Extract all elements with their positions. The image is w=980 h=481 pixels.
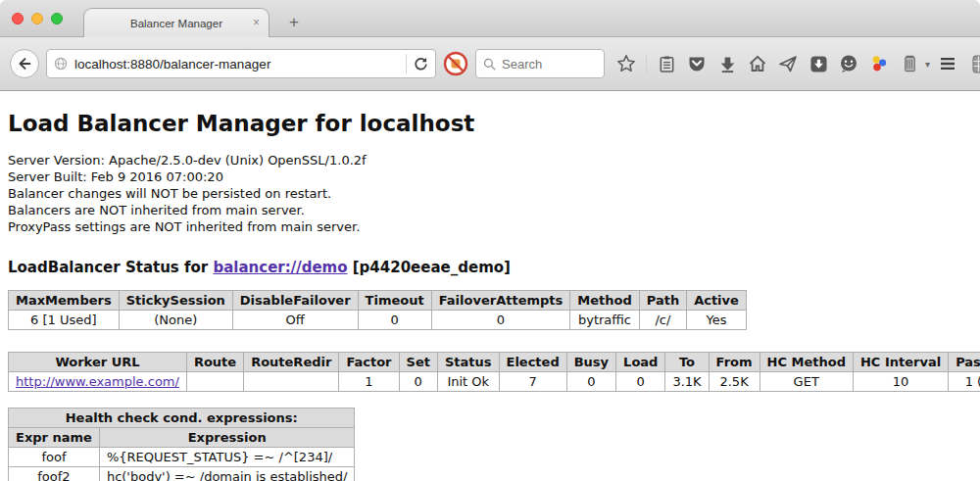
close-window-button[interactable] — [12, 13, 24, 24]
column-header: HC Interval — [853, 353, 948, 372]
cell-expression: hc('body') =~ /domain is established/ — [99, 467, 355, 481]
color-dots-extension-icon[interactable] — [868, 53, 890, 74]
balancer-demo-link[interactable]: balancer://demo — [213, 259, 347, 276]
cell-elected: 7 — [499, 372, 566, 392]
server-version-line: Server Version: Apache/2.5.0-dev (Unix) … — [8, 152, 972, 168]
column-header: DisableFailover — [232, 291, 358, 311]
loadbalancer-status-heading: LoadBalancer Status for balancer://demo … — [8, 259, 972, 276]
column-header: Passes — [949, 353, 980, 372]
chat-smiley-icon[interactable] — [838, 53, 859, 74]
search-bar[interactable] — [475, 49, 605, 78]
status-prefix: LoadBalancer Status for — [8, 259, 213, 276]
persist-warning-line: Balancer changes will NOT be persisted o… — [8, 185, 972, 202]
column-header: Worker URL — [9, 353, 187, 372]
pocket-icon[interactable] — [686, 53, 708, 74]
url-bar[interactable] — [46, 49, 436, 78]
send-page-icon[interactable] — [777, 53, 799, 74]
cell-routeredir — [244, 372, 339, 392]
video-download-helper-icon[interactable] — [808, 53, 829, 74]
cell-disablefailover: Off — [232, 311, 358, 330]
server-built-line: Server Built: Feb 9 2016 07:00:20 — [8, 168, 972, 185]
column-header: Busy — [566, 353, 615, 372]
cell-timeout: 0 — [358, 311, 431, 330]
column-header: From — [709, 353, 760, 372]
column-header: HC Method — [760, 353, 853, 372]
column-header: Timeout — [358, 291, 431, 311]
cell-expr-name: foof — [9, 448, 100, 467]
browser-window: Balancer Manager × + — [0, 0, 980, 481]
back-arrow-icon — [16, 55, 33, 72]
navigation-toolbar: ▾ — [0, 37, 980, 91]
tab-title: Balancer Manager — [130, 18, 222, 29]
window-controls — [12, 13, 63, 24]
cell-active: Yes — [687, 311, 747, 330]
chevron-down-icon[interactable]: ▾ — [925, 59, 930, 70]
downloads-icon[interactable] — [716, 53, 738, 74]
cell-stickysession: (None) — [119, 311, 232, 330]
search-icon — [482, 57, 497, 72]
cell-busy: 0 — [566, 372, 615, 392]
cell-failoverattempts: 0 — [431, 311, 570, 330]
page-title: Load Balancer Manager for localhost — [8, 111, 972, 136]
worker-url-link[interactable]: http://www.example.com/ — [16, 374, 179, 389]
column-header: Elected — [499, 353, 566, 372]
zoom-window-button[interactable] — [51, 13, 63, 24]
cell-route — [186, 372, 243, 392]
cell-expr-name: foof2 — [9, 467, 100, 481]
cell-path: /c/ — [639, 311, 686, 330]
column-header: Set — [399, 353, 437, 372]
globe-icon — [53, 56, 69, 72]
urlbar-divider — [406, 54, 407, 73]
toolbar-right-group — [937, 53, 980, 74]
table-header-row: Worker URL Route RouteRedir Factor Set S… — [9, 353, 980, 372]
flashblock-extension-icon[interactable] — [443, 51, 468, 76]
home-icon[interactable] — [747, 53, 768, 74]
cell-worker-url: http://www.example.com/ — [9, 372, 187, 392]
table-header-row: Expr name Expression — [9, 428, 355, 448]
cell-maxmembers: 6 [1 Used] — [9, 311, 120, 330]
cell-method: bytraffic — [570, 311, 639, 330]
cell-to: 3.1K — [665, 372, 709, 392]
cell-hc-method: GET — [760, 372, 853, 392]
menu-hamburger-icon[interactable] — [937, 53, 958, 74]
column-header: Expr name — [9, 428, 100, 448]
grid-extension-icon[interactable] — [970, 53, 980, 74]
tab-balancer-manager[interactable]: Balancer Manager × — [83, 8, 270, 37]
cell-hc-interval: 10 — [853, 372, 948, 392]
toolbar-divider — [646, 54, 647, 73]
column-header: Active — [687, 291, 747, 311]
column-header: Load — [616, 353, 665, 372]
status-suffix: [p4420eeae_demo] — [348, 259, 511, 276]
cell-load: 0 — [616, 372, 665, 392]
bookmark-star-icon[interactable] — [615, 53, 637, 74]
clips-extension-icon[interactable] — [899, 53, 920, 74]
reading-list-icon[interactable] — [656, 53, 677, 74]
page-content: Load Balancer Manager for localhost Serv… — [0, 91, 980, 481]
cell-expression: %{REQUEST_STATUS} =~ /^[234]/ — [99, 448, 355, 467]
search-input[interactable] — [502, 57, 598, 72]
reload-icon[interactable] — [413, 56, 429, 72]
table-title-row: Health check cond. expressions: — [9, 409, 355, 428]
table-row: http://www.example.com/ 1 0 Init Ok 7 0 … — [9, 372, 980, 392]
tab-close-icon[interactable]: × — [253, 17, 260, 28]
balancer-summary-table: MaxMembers StickySession DisableFailover… — [8, 290, 747, 330]
cell-factor: 1 — [339, 372, 399, 392]
proxypass-warning-line: ProxyPass settings are NOT inherited fro… — [8, 218, 972, 235]
table-row: foof2 hc('body') =~ /domain is establish… — [9, 467, 355, 481]
toolbar-buttons: ▾ — [615, 53, 930, 74]
column-header: FailoverAttempts — [431, 291, 570, 311]
inherit-warning-line: Balancers are NOT inherited from main se… — [8, 202, 972, 218]
column-header: Method — [570, 291, 639, 311]
column-header: Route — [186, 353, 243, 372]
new-tab-button[interactable]: + — [282, 13, 306, 32]
column-header: RouteRedir — [244, 353, 339, 372]
server-info: Server Version: Apache/2.5.0-dev (Unix) … — [8, 152, 972, 235]
minimize-window-button[interactable] — [31, 13, 43, 24]
cell-status: Init Ok — [437, 372, 499, 392]
url-input[interactable] — [74, 57, 400, 72]
column-header: Factor — [339, 353, 399, 372]
table-row: foof %{REQUEST_STATUS} =~ /^[234]/ — [9, 448, 355, 467]
back-button[interactable] — [10, 49, 39, 78]
worker-table: Worker URL Route RouteRedir Factor Set S… — [8, 352, 980, 392]
column-header: Path — [639, 291, 686, 311]
